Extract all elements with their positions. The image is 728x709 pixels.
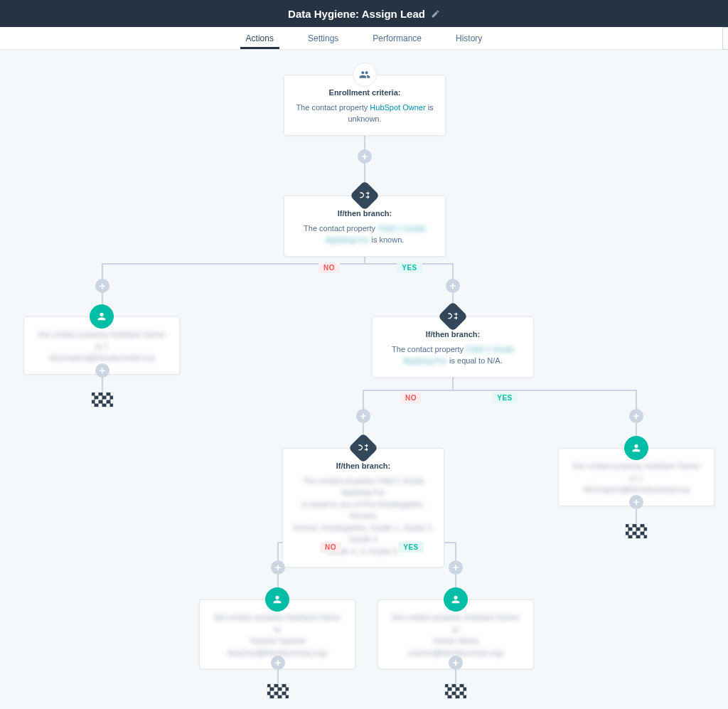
- branch3-no-label: NO: [320, 542, 341, 553]
- branch2-no-label: NO: [400, 393, 422, 403]
- connector: [363, 390, 637, 391]
- action-bl-line1: Set contact property HubSpot Owner to: [210, 612, 345, 635]
- end-icon: [91, 392, 114, 407]
- contact-action-icon: [624, 436, 648, 460]
- action-bl-line2: Teacher Special: [210, 635, 345, 647]
- tab-performance-label: Performance: [373, 33, 422, 43]
- branch1-post: is known.: [369, 235, 404, 244]
- contact-action-icon: [90, 304, 114, 329]
- branch-icon: [350, 181, 380, 210]
- end-icon: [444, 683, 467, 699]
- branch2-yes-label: YES: [492, 393, 518, 403]
- action-left-line1: Set contact property HubSpot Owner to J: [34, 329, 169, 352]
- add-action-button[interactable]: [95, 279, 109, 293]
- branch2-title: If/then branch:: [382, 329, 523, 341]
- branch1-no-label: NO: [318, 262, 340, 273]
- branch1-pre: The contact property: [304, 224, 378, 233]
- branch-icon: [438, 302, 468, 331]
- branch1-card[interactable]: If/then branch: The contact property Chi…: [284, 196, 446, 257]
- action-right-line2: WJompton@friendscentral.org: [569, 484, 704, 496]
- add-action-button[interactable]: [271, 560, 285, 575]
- review-button-sliver[interactable]: [722, 27, 728, 50]
- branch1-title: If/then branch:: [294, 208, 435, 220]
- tab-settings-label: Settings: [308, 33, 338, 43]
- add-action-button[interactable]: [356, 409, 370, 423]
- tab-settings[interactable]: Settings: [305, 27, 341, 49]
- tab-actions[interactable]: Actions: [243, 27, 277, 49]
- add-action-button[interactable]: [95, 363, 109, 378]
- enrollment-card[interactable]: Enrollment criteria: The contact propert…: [284, 75, 446, 136]
- action-br-line1: Set contact property HubSpot Owner to: [388, 612, 523, 635]
- branch2-card[interactable]: If/then branch: The contact property Chi…: [372, 316, 534, 378]
- enrollment-title: Enrollment criteria:: [294, 87, 435, 99]
- branch3-line2: is equal to any of Pre-Kindergarten, Nur…: [293, 499, 434, 522]
- branch3-line1: The contact property Child 1 Grade Apply…: [293, 475, 434, 499]
- add-action-button[interactable]: [449, 656, 463, 670]
- page-header: Data Hygiene: Assign Lead: [0, 0, 728, 27]
- workflow-canvas[interactable]: Enrollment criteria: The contact propert…: [0, 50, 728, 709]
- contacts-icon: [353, 63, 377, 87]
- add-action-button[interactable]: [629, 409, 643, 423]
- tab-history[interactable]: History: [453, 27, 485, 49]
- add-action-button[interactable]: [358, 149, 372, 164]
- branch1-yes-label: YES: [397, 262, 422, 273]
- enrollment-property-link[interactable]: HubSpot Owner: [370, 103, 425, 112]
- edit-title-icon[interactable]: [431, 9, 440, 18]
- contact-action-icon: [265, 587, 289, 612]
- end-icon: [267, 683, 289, 699]
- workflow-title: Data Hygiene: Assign Lead: [288, 8, 425, 20]
- tab-performance[interactable]: Performance: [370, 27, 424, 49]
- tab-history-label: History: [456, 33, 482, 43]
- tab-bar: Actions Settings Performance History: [0, 27, 728, 50]
- branch-icon: [348, 433, 378, 463]
- tab-actions-label: Actions: [246, 33, 274, 43]
- branch3-title: If/then branch:: [293, 460, 434, 472]
- add-action-button[interactable]: [629, 495, 643, 509]
- action-right-line1: Set contact property HubSpot Owner to J: [569, 460, 704, 484]
- branch2-post: is equal to N/A.: [447, 356, 503, 365]
- contact-action-icon: [444, 587, 468, 612]
- add-action-button[interactable]: [449, 560, 463, 575]
- enrollment-pre: The contact property: [296, 103, 370, 112]
- add-action-button[interactable]: [271, 656, 285, 670]
- action-left-line2: Wyompton@friendscentral.org: [34, 352, 169, 364]
- add-action-button[interactable]: [446, 279, 460, 293]
- end-icon: [625, 523, 648, 539]
- branch2-pre: The contact property: [392, 345, 466, 353]
- branch3-yes-label: YES: [398, 542, 424, 553]
